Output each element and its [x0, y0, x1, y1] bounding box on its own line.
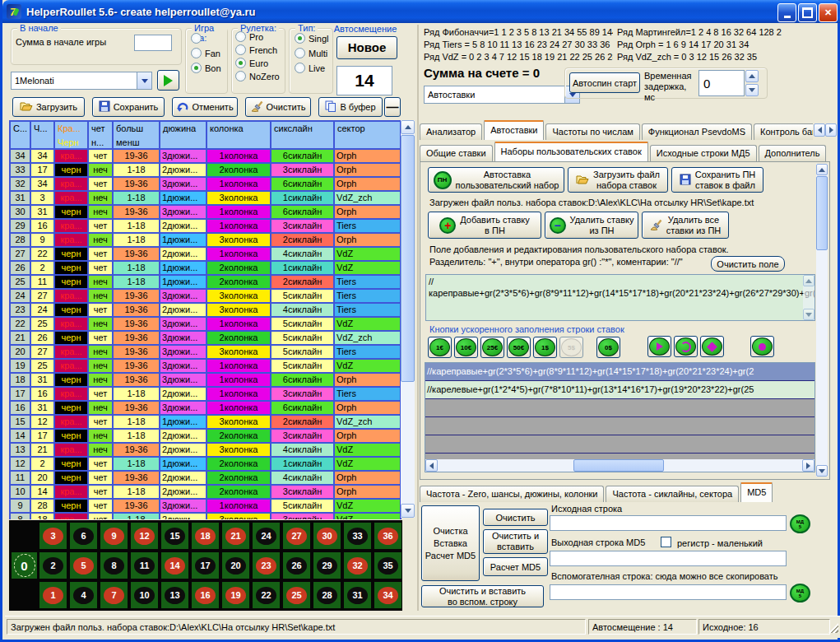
board-cell-30[interactable]: 30 [313, 523, 341, 549]
clear-field-button[interactable]: Очистить поле [711, 256, 785, 272]
radio-Singl[interactable]: Singl [295, 33, 332, 44]
tab-Контроль банкро[interactable]: Контроль банкро [754, 123, 813, 140]
tabs-scroll-left-icon[interactable] [814, 123, 825, 137]
board-cell-21[interactable]: 21 [222, 523, 249, 549]
save-set-file-button[interactable]: Сохранить ПНставок в файл [671, 167, 763, 193]
md5-source-input[interactable] [550, 515, 787, 531]
md5-output-input[interactable] [550, 551, 787, 566]
edit-scrollbar[interactable] [803, 275, 814, 320]
list-hscrollbar[interactable] [425, 459, 814, 472]
coin-button-1€[interactable]: 1€ [428, 337, 452, 358]
board-cell-11[interactable]: 11 [131, 552, 158, 579]
coin-button-0$[interactable]: 0$ [596, 337, 620, 358]
new-button[interactable]: Новое [336, 36, 397, 59]
md5-badge-button[interactable]: МД5 [790, 514, 810, 533]
random-bet-button[interactable] [750, 336, 774, 357]
tabs-scroll-right-icon[interactable] [825, 123, 837, 137]
board-cell-16[interactable]: 16 [192, 582, 219, 608]
close-button[interactable]: ✕ [819, 3, 838, 22]
board-cell-19[interactable]: 19 [222, 582, 249, 608]
minus-button[interactable]: — [384, 97, 401, 117]
shuffle-bet-button[interactable] [700, 336, 724, 357]
undo-button[interactable]: Отменить [172, 97, 238, 117]
board-cell-32[interactable]: 32 [344, 552, 371, 579]
md5-aux-input[interactable] [550, 584, 787, 600]
board-cell-25[interactable]: 25 [283, 582, 310, 608]
board-cell-0[interactable]: 0 [12, 552, 37, 579]
board-cell-33[interactable]: 33 [344, 523, 371, 549]
board-cell-1[interactable]: 1 [39, 582, 67, 608]
scroll-thumb[interactable] [816, 176, 828, 250]
scroll-up-icon[interactable] [401, 120, 415, 134]
board-cell-15[interactable]: 15 [161, 523, 188, 549]
board-cell-17[interactable]: 17 [192, 552, 219, 579]
board-cell-28[interactable]: 28 [313, 582, 341, 608]
board-cell-31[interactable]: 31 [344, 582, 371, 608]
apply-bet-button[interactable] [647, 336, 671, 357]
md5-clear-paste-aux-button[interactable]: Очистить и вставитьво вспом. строку [421, 585, 544, 607]
tab-Дополнитель[interactable]: Дополнитель [759, 145, 827, 161]
tab-Частота - сиклайны, сектора[interactable]: Частота - сиклайны, сектора [606, 486, 739, 502]
md5-clear-paste-button[interactable]: Очистить ивставить [483, 529, 548, 554]
delete-bet-button[interactable]: − Удалить ставкуиз ПН [545, 212, 638, 239]
minimize-button[interactable] [777, 3, 796, 22]
autostavka-pn-button[interactable]: ПН Автоставкапользовательский набор [428, 167, 564, 193]
panel-splitter[interactable] [417, 25, 419, 611]
md5-clear-button[interactable]: Очистить [483, 509, 548, 526]
coin-button-25€[interactable]: 25€ [480, 337, 504, 358]
start-sum-input[interactable] [134, 35, 172, 51]
tab-Анализатор[interactable]: Анализатор [420, 123, 482, 140]
radio-French[interactable]: French [235, 44, 285, 55]
tab-MD5[interactable]: MD5 [740, 482, 773, 502]
scroll-down-icon[interactable] [401, 504, 415, 518]
play-button[interactable] [157, 70, 179, 91]
table-scrollbar[interactable] [401, 120, 415, 518]
bet-set-row[interactable]: //карелевые+gr(1*2*4*5)+gr(7*8*10*11)+gr… [425, 381, 814, 399]
coin-button-1$[interactable]: 1$ [533, 337, 557, 358]
refresh-bet-button[interactable] [674, 336, 698, 357]
tab-Частоты по числам[interactable]: Частоты по числам [545, 123, 639, 140]
panel-scrollbar[interactable] [816, 164, 828, 477]
board-cell-29[interactable]: 29 [313, 552, 341, 579]
radio-Multi[interactable]: Multi [295, 48, 332, 58]
delete-all-bets-button[interactable]: Удалить всеставки из ПН [642, 212, 729, 239]
bet-set-row[interactable]: //кареправые+gr(2*3*5*6)+gr(8*9*11*12)+g… [425, 363, 814, 381]
brush-button[interactable]: Очистить [245, 97, 311, 117]
delay-up-icon[interactable] [745, 70, 759, 82]
radio-Live[interactable]: Live [295, 63, 332, 73]
board-cell-18[interactable]: 18 [192, 523, 219, 549]
tab-Автоставки[interactable]: Автоставки [484, 120, 544, 140]
tab-Частота - Zero, шансы, дюжины, колонки[interactable]: Частота - Zero, шансы, дюжины, колонки [420, 486, 604, 502]
board-cell-23[interactable]: 23 [253, 552, 280, 579]
board-cell-27[interactable]: 27 [283, 523, 310, 549]
board-cell-2[interactable]: 2 [39, 552, 67, 579]
add-bet-button[interactable]: + Добавить ставкув ПН [428, 212, 541, 239]
bets-mode-select[interactable]: Автоставки [424, 86, 580, 104]
board-cell-35[interactable]: 35 [374, 552, 401, 579]
folder-open-button[interactable]: Загрузить [12, 97, 85, 117]
floppy-button[interactable]: Сохранить [92, 97, 165, 117]
board-cell-34[interactable]: 34 [374, 582, 401, 608]
radio-Fan[interactable]: Fan [191, 48, 227, 58]
autospin-start-button[interactable]: Автоспин старт [569, 72, 640, 93]
delay-down-icon[interactable] [745, 84, 759, 96]
tab-Общие ставки[interactable]: Общие ставки [420, 145, 493, 161]
tab-Наборы пользовательских ставок[interactable]: Наборы пользовательских ставок [494, 142, 648, 161]
radio-NoZero[interactable]: NoZero [235, 71, 285, 81]
board-cell-3[interactable]: 3 [39, 523, 67, 549]
board-cell-4[interactable]: 4 [70, 582, 97, 608]
coin-button-10€[interactable]: 10€ [454, 337, 478, 358]
scroll-thumb[interactable] [401, 135, 415, 382]
lowercase-checkbox[interactable] [661, 537, 671, 547]
board-cell-7[interactable]: 7 [100, 582, 128, 608]
tab-Функционал PsevdoMS[interactable]: Функционал PsevdoMS [642, 123, 752, 140]
board-cell-8[interactable]: 8 [100, 552, 128, 579]
radio-Bon[interactable]: Bon [191, 63, 227, 73]
md5-calc-button[interactable]: Расчет MD5 [483, 557, 548, 576]
load-set-file-button[interactable]: Загрузить файлнабора ставок [568, 167, 668, 193]
maximize-button[interactable] [798, 3, 817, 22]
board-cell-5[interactable]: 5 [70, 552, 97, 579]
board-cell-12[interactable]: 12 [131, 523, 158, 549]
board-cell-14[interactable]: 14 [161, 552, 188, 579]
board-cell-36[interactable]: 36 [374, 523, 401, 549]
